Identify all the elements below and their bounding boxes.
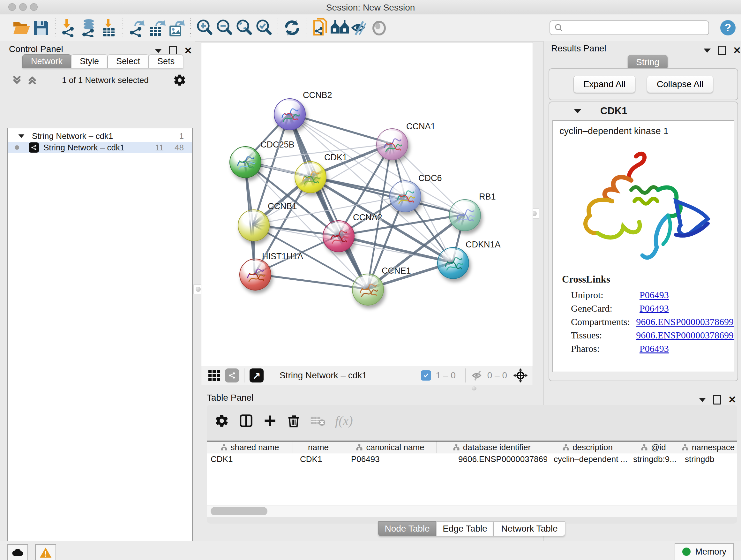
collapse-all-button[interactable]: Collapse All [647,76,713,93]
collection-expand-icon[interactable] [18,134,24,138]
panel-float-icon[interactable] [155,49,162,53]
delete-column-icon[interactable] [286,414,300,428]
panel-maximize-icon[interactable] [718,46,726,55]
tab-style[interactable]: Style [71,54,108,68]
open-session-button[interactable] [11,18,31,38]
table-options-gear-icon[interactable] [214,414,229,428]
column-header[interactable]: namespace [679,442,737,453]
network-node-hist1h1a[interactable] [239,259,271,291]
tab-select[interactable]: Select [108,54,149,68]
column-header[interactable]: shared name [207,442,293,453]
collapse-all-icon[interactable] [11,75,22,85]
table-hscroll-lane[interactable] [207,505,737,517]
export-table-button[interactable] [147,18,166,38]
panel-close-icon[interactable]: ✕ [728,395,736,405]
network-node-cdk1[interactable] [294,161,327,193]
save-session-button[interactable] [31,18,51,38]
network-node-rb1[interactable] [449,199,481,231]
network-view-canvas[interactable]: CCNB2CCNA1CDC25BCDK1CDC6RB1CCNB1CCNA2CDK… [201,42,533,367]
search-input[interactable] [549,20,709,35]
table-row[interactable]: CDK1 CDK1 P06493 9606.ENSP00000378699 cy… [207,453,737,465]
network-node-ccnb1[interactable] [238,209,270,241]
panel-float-icon[interactable] [699,398,706,402]
import-table-button[interactable] [99,18,119,38]
attribute-icon [220,444,227,451]
column-header[interactable]: database identifier [436,442,547,453]
zoom-selected-button[interactable] [254,18,274,38]
panel-float-icon[interactable] [704,49,711,53]
gene-section-header[interactable]: CDK1 [549,102,738,120]
share-document-button[interactable] [310,18,330,38]
column-header[interactable]: name [293,442,344,453]
selected-checkbox-icon[interactable] [421,370,431,381]
export-network-button[interactable] [127,18,147,38]
grid-view-icon[interactable] [208,370,220,381]
crosslink-value[interactable]: 9606.ENSP00000378699 [636,330,734,341]
memory-button[interactable]: Memory [675,543,734,560]
export-image-button[interactable] [166,18,186,38]
node-gloss-highlight [357,276,378,288]
crosslink-value[interactable]: P06493 [639,290,669,300]
tab-network-table[interactable]: Network Table [494,521,565,536]
tab-sets[interactable]: Sets [149,54,183,68]
import-network-file-button[interactable] [59,18,79,38]
window-title: Session: New Session [0,3,741,13]
network-node-ccnb2[interactable] [274,98,306,130]
results-panel-title: Results Panel [551,44,606,54]
panel-close-icon[interactable]: ✕ [733,46,741,55]
table-hscroll-thumb[interactable] [211,507,267,515]
network-edge-count: 48 [175,143,184,152]
column-header[interactable]: description [547,442,628,453]
control-panel: Control Panel ✕ Network Style Select Set… [0,41,195,541]
network-node-ccna2[interactable] [323,220,354,252]
network-node-ccne1[interactable] [352,273,384,306]
toolbar-separator [278,18,278,38]
expand-all-button[interactable]: Expand All [574,76,635,93]
tab-edge-table[interactable]: Edge Table [436,521,494,536]
expand-all-icon[interactable] [27,75,38,85]
network-node-cdc25b[interactable] [229,146,261,178]
network-node-cdc6[interactable] [389,180,421,212]
panel-close-icon[interactable]: ✕ [184,46,192,56]
export-network-icon [128,18,146,37]
birdseye-view-icon[interactable]: ↗ [250,368,264,382]
refresh-layout-button[interactable] [282,18,302,38]
zoom-in-button[interactable] [195,18,214,38]
column-header[interactable]: canonical name [344,442,436,453]
tab-string[interactable]: String [628,55,668,70]
zoom-fit-button[interactable] [234,18,254,38]
table-tabs: Node Table Edge Table Network Table [378,521,565,536]
hide-selected-button[interactable] [350,18,369,38]
panel-maximize-icon[interactable] [713,395,721,405]
network-node-ccna1[interactable] [376,128,408,160]
network-row-selected[interactable]: String Network – cdk1 11 48 [8,142,192,153]
main-toolbar: ? [0,14,741,42]
tab-node-table[interactable]: Node Table [378,521,436,536]
warnings-button[interactable] [35,544,56,560]
crosslink-value[interactable]: P06493 [639,303,669,314]
crosslink-row: Uniprot: P06493 [553,288,734,302]
string-view-badge-icon[interactable] [225,368,239,382]
network-options-gear-icon[interactable] [173,73,186,87]
import-network-database-button[interactable] [79,18,99,38]
open-folder-icon [12,19,30,36]
cloud-status-button[interactable] [7,544,28,560]
gene-collapse-icon[interactable] [574,109,581,113]
collection-count: 1 [179,131,184,141]
network-overview-button[interactable] [330,18,350,38]
show-columns-icon[interactable] [239,414,253,428]
network-node-cdkn1a[interactable] [437,247,469,279]
pan-crosshair-icon[interactable] [513,368,528,383]
crosslink-value[interactable]: P06493 [639,343,669,354]
tab-network[interactable]: Network [22,54,71,68]
add-column-icon[interactable] [263,414,277,428]
crosslink-value[interactable]: 9606.ENSP00000378699 [636,316,734,327]
help-button[interactable]: ? [718,18,738,38]
column-header[interactable]: @id [628,442,679,453]
zoom-out-button[interactable] [214,18,234,38]
show-all-button[interactable] [369,18,389,38]
crosslink-row: GeneCard: P06493 [553,302,734,315]
network-collection-row[interactable]: String Network – cdk1 1 [8,128,192,142]
crosslinks-title: CrossLinks [553,271,734,285]
share-document-icon [312,18,329,37]
